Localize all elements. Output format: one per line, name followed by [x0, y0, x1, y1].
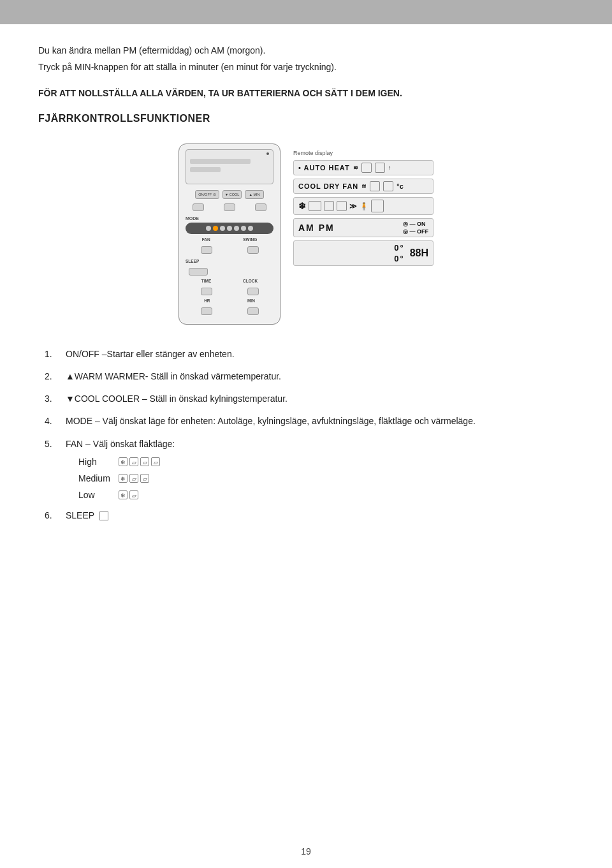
time-clock-labels: TIME CLOCK: [186, 279, 273, 283]
item-text-4: MODE – Välj önskat läge för enheten: Aut…: [66, 414, 476, 429]
display-row-time-digits: 0° 0° 88H: [293, 240, 433, 266]
display-row-icons: ❄ ≫ 🧍: [293, 197, 433, 215]
fan-speed-medium: Medium ❄ ▱ ▱: [78, 471, 175, 486]
btn-round1: [193, 203, 204, 211]
fan-icon-4: ▱: [151, 457, 160, 466]
item-text-2: ▲WARM WARMER- Ställ in önskad värmetempe…: [66, 369, 281, 384]
round-btn-row1: [186, 203, 273, 211]
page-header-bar: [0, 0, 612, 24]
item-num-5: 5.: [45, 437, 62, 504]
remote-control-illustration: ON/OFF ⊙ ▼ COOL ▲ MIN MODE: [178, 143, 280, 325]
icon-box8: [371, 200, 384, 212]
fan-high-label: High: [78, 455, 113, 469]
remote-screen: [186, 149, 273, 184]
icon-arrow-up: ↑: [388, 165, 391, 171]
btn-round2: [224, 203, 235, 211]
item-num-1: 1.: [45, 347, 62, 362]
item-num-3: 3.: [45, 392, 62, 406]
am-pm-text: AM PM: [298, 223, 335, 233]
section-title: FJÄRRKONTROLLSFUNKTIONER: [38, 113, 574, 124]
instruction-item-3: 3. ▼COOL COOLER – Ställ in önskad kylnin…: [45, 392, 574, 406]
mode-dot: [234, 226, 239, 231]
intro-line2: Tryck på MIN-knappen för att ställa in m…: [38, 60, 574, 74]
snowflake-icon: ❄: [298, 201, 306, 211]
item-num-2: 2.: [45, 369, 62, 384]
clock-btn: [247, 288, 259, 295]
page-content: Du kan ändra mellan PM (eftermiddag) och…: [0, 24, 612, 569]
btn-row-top: ON/OFF ⊙ ▼ COOL ▲ MIN: [186, 190, 273, 199]
fan-icon-6: ▱: [129, 474, 138, 483]
item-num-4: 4.: [45, 414, 62, 429]
fan-icon-5: ❄: [119, 474, 127, 483]
digit-block-2: 88H: [410, 247, 428, 259]
remote-display-panel: Remote display • AUTO HEAT ≋ ↑ COOL DRY …: [293, 143, 433, 267]
icon-box4: [383, 181, 393, 191]
mode-dot: [220, 226, 225, 231]
reset-text: FÖR ATT NOLLSTÄLLA ALLA VÄRDEN, TA UR BA…: [38, 86, 574, 100]
fan-low-label: Low: [78, 488, 113, 503]
auto-heat-text: • AUTO HEAT: [298, 164, 350, 172]
time-clock-row: [186, 288, 273, 295]
icon-person: 🧍: [360, 202, 368, 210]
fan-swing-row: [186, 246, 273, 254]
screen-line: [190, 167, 221, 172]
item-text-1: ON/OFF –Startar eller stänger av enheten…: [66, 347, 235, 362]
intro-line1: Du kan ändra mellan PM (eftermiddag) och…: [38, 43, 574, 57]
fan-text: FAN – Välj önskat fläktläge:: [66, 439, 175, 449]
page-number: 19: [301, 846, 311, 857]
display-row-am-pm: AM PM ◎ — ON ◎ — OFF: [293, 218, 433, 237]
fan-icon-8: ❄: [119, 490, 127, 499]
item-num-6: 6.: [45, 508, 62, 523]
mode-label: MODE: [186, 216, 199, 221]
icon-chevron-r: ≫: [349, 202, 357, 210]
fan-speed-low: Low ❄ ▱: [78, 488, 175, 503]
instruction-item-6: 6. SLEEP: [45, 508, 574, 523]
item-text-3: ▼COOL COOLER – Ställ in önskad kylningst…: [66, 392, 288, 406]
mode-dot: [227, 226, 232, 231]
mode-dot: [206, 226, 211, 231]
onoff-btn: ON/OFF ⊙: [195, 190, 219, 199]
mode-dot: [241, 226, 246, 231]
display-row-auto-heat: • AUTO HEAT ≋ ↑: [293, 160, 433, 175]
digit-block-1: 0° 0°: [394, 243, 404, 263]
digit-top: 0°: [394, 243, 404, 253]
hr-btn: [201, 307, 212, 315]
instruction-item-2: 2. ▲WARM WARMER- Ställ in önskad värmete…: [45, 369, 574, 384]
hr-min-row: [186, 307, 273, 315]
fan-swing-labels: FAN SWING: [186, 237, 273, 242]
remote-diagram-area: ON/OFF ⊙ ▼ COOL ▲ MIN MODE: [38, 143, 574, 325]
fan-speed-high: High ❄ ▱ ▱ ▱: [78, 455, 175, 469]
auto-heat-wave: ≋: [353, 165, 358, 171]
warm-btn: ▲ MIN: [245, 190, 264, 199]
sleep-btn: [189, 268, 208, 276]
instruction-item-4: 4. MODE – Välj önskat läge för enheten: …: [45, 414, 574, 429]
fan-section-content: FAN – Välj önskat fläktläge: High ❄ ▱ ▱ …: [66, 437, 175, 504]
fan-icon-9: ▱: [129, 490, 138, 499]
digit-bottom: 0°: [394, 254, 404, 263]
mode-row: [186, 223, 273, 234]
fan-icon-7: ▱: [140, 474, 149, 483]
instructions-list: 1. ON/OFF –Startar eller stänger av enhe…: [38, 347, 574, 523]
fan-icon-1: ❄: [119, 457, 127, 466]
on-status: ◎ — ON: [403, 221, 428, 227]
hr-min-labels: HR MIN: [186, 298, 273, 303]
cool-wave: ≋: [361, 183, 367, 189]
cool-btn: ▼ COOL: [222, 190, 242, 199]
btn-round3: [255, 203, 266, 211]
instruction-item-5: 5. FAN – Välj önskat fläktläge: High ❄ ▱…: [45, 437, 574, 504]
fan-icon-2: ▱: [129, 457, 138, 466]
temp-unit: °c: [397, 182, 404, 190]
swing-btn: [247, 246, 259, 254]
sleep-text: SLEEP: [66, 508, 108, 523]
sleep-label: SLEEP: [186, 259, 199, 263]
min-btn: [247, 307, 259, 315]
screen-lines: [190, 159, 251, 172]
icon-box1: [361, 163, 372, 173]
fan-medium-label: Medium: [78, 471, 113, 486]
icon-box2: [375, 163, 385, 173]
screen-line: [190, 159, 251, 164]
time-btn: [201, 288, 212, 295]
hour-display: 88H: [410, 247, 428, 259]
icon-box5: [309, 201, 321, 211]
mode-dot-active: [213, 226, 218, 231]
